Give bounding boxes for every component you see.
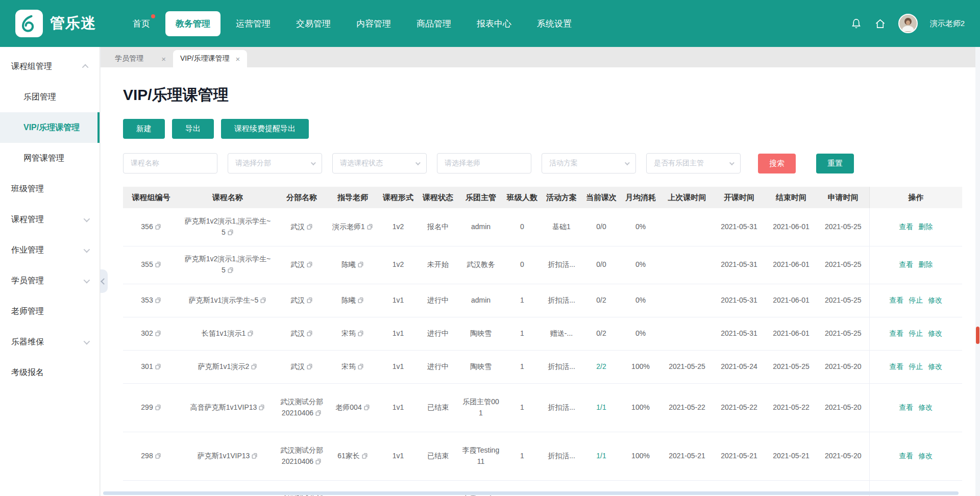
copy-icon[interactable] [155,363,161,370]
action-edit[interactable]: 修改 [928,362,942,370]
nav-menu-item[interactable]: 交易管理 [286,11,341,36]
copy-icon[interactable] [306,261,313,268]
sidebar-item[interactable]: 学员管理 [0,265,100,296]
toolbar-button[interactable]: 新建 [123,119,165,139]
sidebar-item[interactable]: 课程管理 [0,204,100,235]
action-stop[interactable]: 停止 [909,329,923,337]
progress-link[interactable]: 1/1 [596,403,606,411]
action-view[interactable]: 查看 [899,222,913,231]
action-edit[interactable]: 修改 [918,452,933,460]
action-delete[interactable]: 删除 [918,222,933,231]
bell-icon[interactable] [850,18,862,30]
copy-icon[interactable] [155,261,161,268]
action-view[interactable]: 查看 [889,296,903,304]
action-edit[interactable]: 修改 [928,296,942,304]
horizontal-scrollbar-thumb[interactable] [103,491,959,495]
user-name[interactable]: 演示老师2 [930,19,965,29]
tab-active[interactable]: VIP/乐理课管理× [173,50,247,67]
copy-icon[interactable] [306,363,313,370]
user-avatar[interactable] [898,14,918,33]
cell-size: 1 [504,317,541,350]
copy-icon[interactable] [155,404,161,411]
nav-menu-item[interactable]: 商品管理 [406,11,461,36]
sidebar-subitem[interactable]: 网管课管理 [0,143,100,173]
copy-icon[interactable] [251,453,258,459]
copy-icon[interactable] [258,404,265,411]
cell-text: 2021-05-31 [721,329,757,337]
filter-bar: 课程名称请选择分部请选课程状态请选择老师活动方案是否有乐团主管搜索重置 [123,153,958,173]
copy-icon[interactable] [315,410,322,416]
copy-icon[interactable] [306,330,313,337]
filter-select[interactable]: 请选课程状态 [332,153,427,173]
vertical-scrollbar-thumb[interactable] [976,327,979,344]
cell-progress: 2/2 [582,350,620,383]
placeholder-text: 请选课程状态 [340,159,383,168]
sidebar-item[interactable]: 课程组管理 [0,51,100,82]
copy-icon[interactable] [366,224,373,230]
toolbar-button[interactable]: 导出 [172,119,214,139]
app-logo[interactable]: 管乐迷 [15,10,96,37]
cell-plan: 折扣活... [541,284,582,317]
action-view[interactable]: 查看 [899,452,913,460]
copy-icon[interactable] [361,453,368,459]
copy-icon[interactable] [306,297,313,304]
nav-menu-item[interactable]: 报表中心 [467,11,522,36]
nav-menu-item[interactable]: 系统设置 [527,11,582,36]
sidebar-collapse-handle[interactable] [100,269,108,293]
copy-icon[interactable] [155,297,161,304]
copy-icon[interactable] [155,330,161,337]
action-view[interactable]: 查看 [899,403,913,411]
close-tab-icon[interactable]: × [161,55,166,63]
home-icon[interactable] [874,18,886,30]
tab-inactive[interactable]: 学员管理× [108,50,173,67]
copy-icon[interactable] [251,363,257,370]
sidebar-item[interactable]: 作业管理 [0,235,100,265]
filter-select[interactable]: 活动方案 [542,153,636,173]
copy-icon[interactable] [363,404,370,411]
sidebar-subitem-label: 网管课管理 [23,153,64,164]
progress-link[interactable]: 1/1 [596,452,606,460]
progress-link[interactable]: 2/2 [596,362,606,370]
nav-menu-item[interactable]: 首页 [122,11,160,36]
sidebar-subitem[interactable]: 乐团管理 [0,82,100,112]
nav-menu-item[interactable]: 内容管理 [346,11,401,36]
cell-start: 2021-05-22 [713,383,765,432]
action-edit[interactable]: 修改 [928,329,942,337]
action-stop[interactable]: 停止 [909,296,923,304]
copy-icon[interactable] [260,297,266,304]
action-edit[interactable]: 修改 [918,403,933,411]
cell-id: 301 [123,350,179,383]
action-stop[interactable]: 停止 [909,362,923,370]
filter-input[interactable]: 请选择老师 [437,153,531,173]
sidebar-item[interactable]: 班级管理 [0,173,100,204]
copy-icon[interactable] [247,330,254,337]
copy-icon[interactable] [227,267,234,274]
sidebar-subitem[interactable]: VIP/乐理课管理 [0,112,100,143]
toolbar-button[interactable]: 课程续费提醒导出 [221,119,309,139]
copy-icon[interactable] [155,224,161,230]
copy-icon[interactable] [357,330,364,337]
sidebar-item[interactable]: 考级报名 [0,357,100,388]
cell-start: 2021-05-31 [713,246,765,284]
copy-icon[interactable] [227,229,234,236]
filter-select[interactable]: 是否有乐团主管 [646,153,741,173]
sidebar-item[interactable]: 老师管理 [0,296,100,327]
action-view[interactable]: 查看 [889,329,903,337]
nav-menu-item[interactable]: 运营管理 [226,11,281,36]
reset-button[interactable]: 重置 [816,154,854,173]
copy-icon[interactable] [357,261,364,268]
action-delete[interactable]: 删除 [918,260,933,268]
copy-icon[interactable] [155,453,161,459]
copy-icon[interactable] [306,224,313,230]
copy-icon[interactable] [315,458,322,465]
action-view[interactable]: 查看 [889,362,903,370]
filter-select[interactable]: 请选择分部 [228,153,322,173]
nav-menu-item[interactable]: 教务管理 [165,11,220,36]
copy-icon[interactable] [357,363,364,370]
copy-icon[interactable] [357,297,364,304]
close-tab-icon[interactable]: × [235,55,240,63]
filter-input[interactable]: 课程名称 [123,153,217,173]
search-button[interactable]: 搜索 [758,154,796,173]
action-view[interactable]: 查看 [899,260,913,268]
sidebar-item[interactable]: 乐器维保 [0,327,100,357]
